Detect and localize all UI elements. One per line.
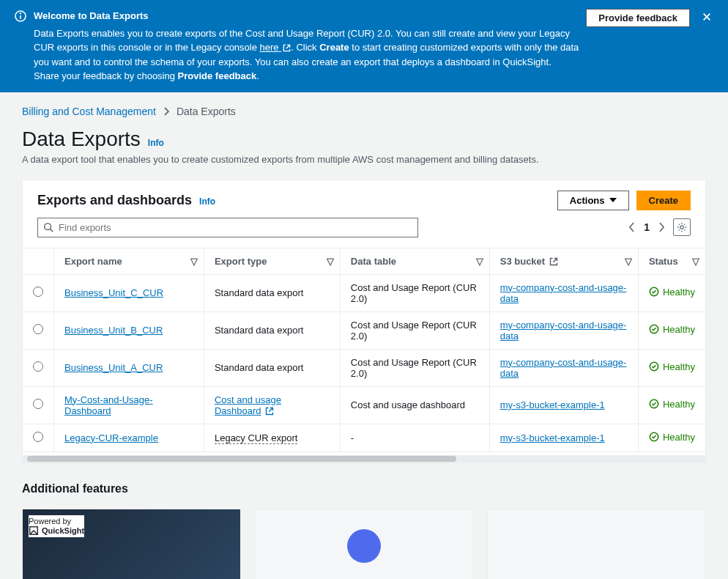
row-select-radio[interactable] (33, 432, 43, 442)
next-page-button[interactable] (657, 221, 666, 234)
s3-bucket-link[interactable]: my-s3-bucket-example-1 (500, 432, 605, 443)
export-type-text: Standard data export (215, 287, 303, 298)
row-select-radio[interactable] (33, 361, 43, 372)
card-thumbnail: Powered byQuickSight (23, 509, 240, 579)
external-icon (283, 44, 291, 52)
chevron-left-icon (629, 222, 635, 232)
search-icon (43, 222, 53, 232)
sort-icon: ▽ (476, 256, 483, 267)
col-export-name[interactable]: Export name▽ (54, 248, 204, 274)
search-input[interactable] (37, 218, 418, 237)
panel-title: Exports and dashboards (37, 193, 192, 208)
card-thumbnail (255, 509, 472, 579)
actions-button[interactable]: Actions (557, 191, 629, 210)
welcome-banner: Welcome to Data Exports Data Exports ena… (0, 0, 728, 92)
col-data-table[interactable]: Data table▽ (340, 248, 489, 274)
breadcrumb-root[interactable]: Billing and Cost Management (22, 106, 156, 117)
card-thumbnail (488, 509, 705, 579)
table-scrollbar[interactable] (23, 455, 705, 462)
export-name-link[interactable]: Business_Unit_C_CUR (64, 287, 163, 298)
feature-card: AWS usage reportConfigure and download d… (487, 509, 706, 579)
breadcrumb: Billing and Cost Management Data Exports (22, 106, 706, 117)
sort-icon: ▽ (327, 256, 334, 267)
svg-point-7 (680, 226, 683, 229)
page-title: Data Exports (22, 128, 141, 151)
feature-card: Powered byQuickSightCost and usage dashb… (22, 509, 241, 579)
chevron-right-icon (163, 107, 169, 116)
export-type-text: Standard data export (215, 362, 303, 373)
row-select-radio[interactable] (33, 324, 43, 334)
page-number: 1 (644, 221, 650, 233)
data-table-cell: Cost and Usage Report (CUR 2.0) (340, 311, 489, 349)
check-circle-icon (649, 399, 659, 409)
check-circle-icon (649, 432, 659, 442)
info-icon (15, 10, 26, 24)
check-circle-icon (649, 287, 659, 297)
export-name-link[interactable]: My-Cost-and-Usage-Dashboard (64, 394, 153, 416)
status-badge: Healthy (649, 287, 695, 298)
caret-down-icon (609, 198, 617, 202)
breadcrumb-current: Data Exports (177, 106, 236, 117)
s3-bucket-link[interactable]: my-company-cost-and-usage-data (500, 357, 627, 379)
svg-point-5 (45, 224, 51, 230)
table-row: Legacy-CUR-example Legacy CUR export - m… (23, 424, 705, 452)
col-select (23, 248, 54, 274)
additional-features-title: Additional features (22, 482, 706, 495)
sort-icon: ▽ (190, 256, 198, 267)
svg-line-6 (51, 229, 53, 232)
export-name-link[interactable]: Business_Unit_B_CUR (64, 325, 163, 336)
prev-page-button[interactable] (628, 221, 636, 234)
row-select-radio[interactable] (33, 399, 43, 409)
close-banner-button[interactable] (700, 9, 713, 27)
page-description: A data export tool that enables you to c… (22, 154, 706, 165)
create-button[interactable]: Create (636, 191, 691, 210)
status-badge: Healthy (649, 399, 695, 410)
table-row: Business_Unit_A_CUR Standard data export… (23, 349, 705, 386)
export-name-link[interactable]: Business_Unit_A_CUR (64, 362, 163, 373)
data-table-cell: Cost and usage dashboard (340, 386, 489, 424)
status-badge: Healthy (649, 324, 695, 335)
provide-feedback-button[interactable]: Provide feedback (586, 9, 690, 27)
external-icon (265, 407, 274, 416)
s3-bucket-link[interactable]: my-company-cost-and-usage-data (500, 320, 627, 342)
check-circle-icon (649, 361, 659, 372)
table-row: Business_Unit_B_CUR Standard data export… (23, 311, 705, 349)
exports-panel: Exports and dashboards Info Actions Crea… (22, 180, 706, 464)
gear-icon (677, 222, 687, 232)
col-s3-bucket[interactable]: S3 bucket ▽ (489, 248, 638, 274)
s3-bucket-link[interactable]: my-s3-bucket-example-1 (500, 399, 605, 410)
page-info-link[interactable]: Info (148, 138, 164, 148)
export-type-text: Standard data export (215, 325, 303, 336)
s3-bucket-link[interactable]: my-company-cost-and-usage-data (500, 282, 627, 304)
col-export-type[interactable]: Export type▽ (204, 248, 340, 274)
data-table-cell: Cost and Usage Report (CUR 2.0) (340, 349, 489, 386)
sort-icon: ▽ (625, 256, 632, 267)
status-badge: Healthy (649, 361, 695, 372)
exports-table: Export name▽ Export type▽ Data table▽ S3… (23, 248, 705, 453)
banner-title: Welcome to Data Exports (34, 9, 579, 23)
data-table-cell: Cost and Usage Report (CUR 2.0) (340, 274, 489, 311)
svg-point-2 (21, 13, 21, 14)
panel-info-link[interactable]: Info (199, 196, 215, 207)
status-badge: Healthy (649, 432, 695, 443)
feature-card: Customer carbon footprint toolAccess the… (254, 509, 473, 579)
legacy-console-link[interactable]: here (260, 42, 291, 53)
table-row: My-Cost-and-Usage-Dashboard Cost and usa… (23, 386, 705, 424)
sort-icon: ▽ (692, 256, 699, 267)
export-name-link[interactable]: Legacy-CUR-example (64, 432, 158, 443)
external-icon (549, 257, 558, 266)
table-row: Business_Unit_C_CUR Standard data export… (23, 274, 705, 311)
chevron-right-icon (658, 222, 664, 232)
row-select-radio[interactable] (33, 287, 43, 297)
banner-text: Data Exports enables you to create expor… (34, 26, 579, 84)
close-icon (702, 12, 712, 22)
export-type-text: Legacy CUR export (215, 432, 297, 444)
col-status[interactable]: Status▽ (638, 248, 705, 274)
check-circle-icon (649, 324, 659, 334)
settings-button[interactable] (673, 218, 691, 236)
data-table-cell: - (340, 424, 489, 452)
